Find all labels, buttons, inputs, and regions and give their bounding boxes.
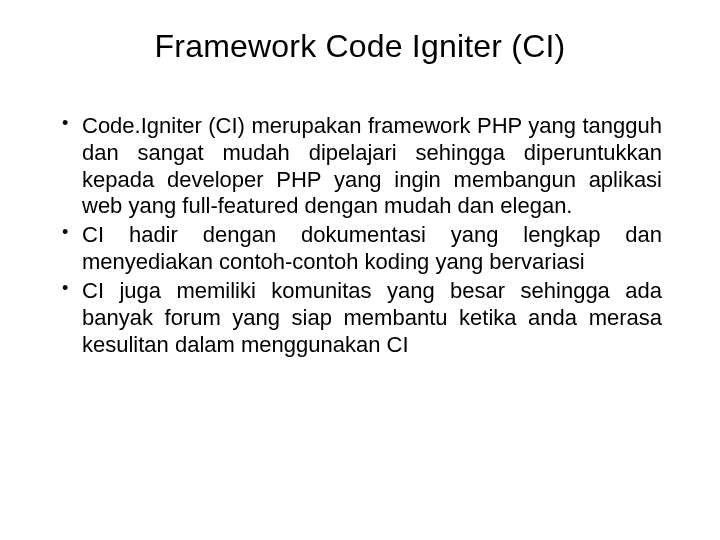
slide-title: Framework Code Igniter (CI) [58,28,662,65]
bullet-list: Code.Igniter (CI) merupakan framework PH… [58,113,662,358]
list-item: CI hadir dengan dokumentasi yang lengkap… [58,222,662,276]
list-item: Code.Igniter (CI) merupakan framework PH… [58,113,662,220]
list-item: CI juga memiliki komunitas yang besar se… [58,278,662,358]
